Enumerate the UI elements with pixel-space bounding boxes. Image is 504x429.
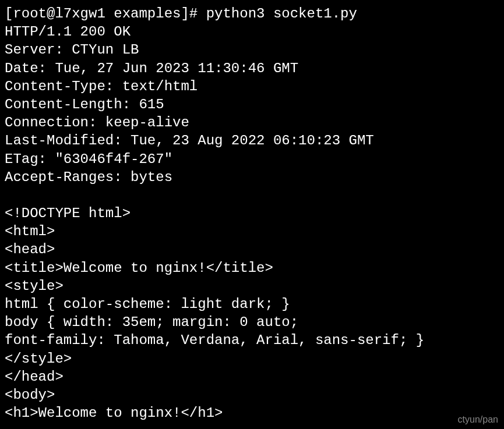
body-line: <head> bbox=[5, 240, 499, 258]
body-line: html { color-scheme: light dark; } bbox=[5, 295, 499, 313]
body-line: <title>Welcome to nginx!</title> bbox=[5, 259, 499, 277]
body-line: </head> bbox=[5, 368, 499, 386]
body-line: </style> bbox=[5, 350, 499, 368]
body-line: <!DOCTYPE html> bbox=[5, 204, 499, 222]
http-header: Connection: keep-alive bbox=[5, 114, 499, 132]
body-line: font-family: Tahoma, Verdana, Arial, san… bbox=[5, 331, 499, 349]
shell-prompt: [root@l7xgw1 examples]# bbox=[5, 6, 206, 22]
terminal-output[interactable]: [root@l7xgw1 examples]# python3 socket1.… bbox=[5, 5, 499, 422]
watermark: ctyun/pan bbox=[458, 414, 498, 426]
http-header: Date: Tue, 27 Jun 2023 11:30:46 GMT bbox=[5, 59, 499, 77]
http-header: Content-Type: text/html bbox=[5, 77, 499, 95]
body-line: <h1>Welcome to nginx!</h1> bbox=[5, 404, 499, 422]
http-status-line: HTTP/1.1 200 OK bbox=[5, 23, 499, 41]
body-line: <style> bbox=[5, 277, 499, 295]
http-header: ETag: "63046f4f-267" bbox=[5, 150, 499, 168]
http-header: Last-Modified: Tue, 23 Aug 2022 06:10:23… bbox=[5, 132, 499, 150]
command-line: [root@l7xgw1 examples]# python3 socket1.… bbox=[5, 5, 499, 23]
http-header: Server: CTYun LB bbox=[5, 41, 499, 59]
body-line: <body> bbox=[5, 386, 499, 404]
http-header: Content-Length: 615 bbox=[5, 95, 499, 114]
command-text: python3 socket1.py bbox=[206, 6, 357, 22]
body-line: body { width: 35em; margin: 0 auto; bbox=[5, 313, 499, 331]
blank-line bbox=[5, 186, 499, 204]
body-line: <html> bbox=[5, 222, 499, 240]
http-header: Accept-Ranges: bytes bbox=[5, 168, 499, 186]
